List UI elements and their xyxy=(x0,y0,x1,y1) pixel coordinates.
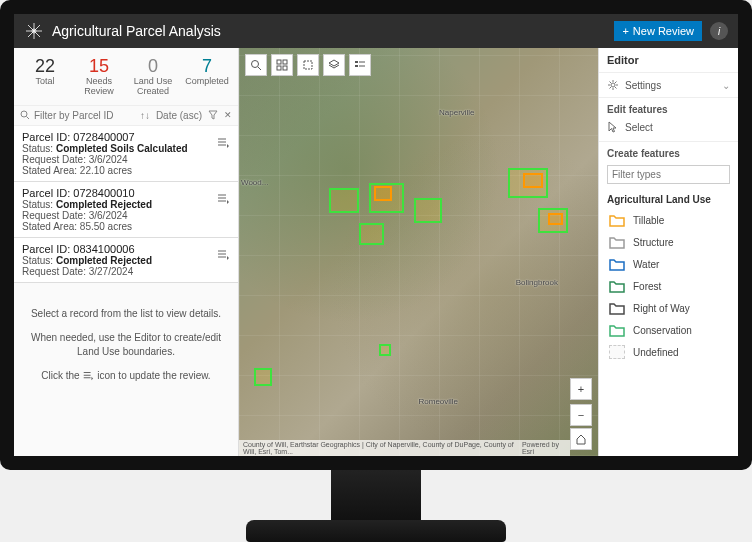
instruction-line: Click the icon to update the review. xyxy=(24,369,228,383)
editor-select-tool[interactable]: Select xyxy=(599,117,738,142)
status-prefix: Status: xyxy=(22,199,56,210)
list-item[interactable]: Parcel ID: 0728400010 Status: Completed … xyxy=(14,182,238,238)
feature-template-conservation[interactable]: Conservation xyxy=(599,319,738,341)
filter-parcel-input[interactable] xyxy=(34,110,140,121)
stat-needs-review[interactable]: 15 Needs Review xyxy=(72,56,126,97)
feature-template-right-of-way[interactable]: Right of Way xyxy=(599,297,738,319)
cursor-icon xyxy=(607,121,619,133)
svg-point-1 xyxy=(21,111,27,117)
gear-icon xyxy=(607,79,619,91)
stat-review-value: 15 xyxy=(72,56,126,77)
stat-total[interactable]: 22 Total xyxy=(18,56,72,97)
folder-icon xyxy=(609,279,625,293)
folder-icon xyxy=(609,257,625,271)
map-layers-button[interactable] xyxy=(323,54,345,76)
parcel-overlay[interactable] xyxy=(254,368,272,386)
svg-rect-7 xyxy=(277,66,281,70)
parcel-overlay[interactable] xyxy=(414,198,442,223)
feature-label: Undefined xyxy=(633,347,679,358)
settings-label: Settings xyxy=(625,80,661,91)
stat-landuse-label: Land Use Created xyxy=(126,77,180,97)
zoom-out-button[interactable]: − xyxy=(570,404,592,426)
feature-label: Tillable xyxy=(633,215,664,226)
svg-line-4 xyxy=(258,67,261,70)
stat-completed-label: Completed xyxy=(180,77,234,87)
new-review-label: New Review xyxy=(633,25,694,37)
select-label: Select xyxy=(625,122,653,133)
feature-template-forest[interactable]: Forest xyxy=(599,275,738,297)
parcel-overlay[interactable] xyxy=(523,173,543,188)
stat-completed[interactable]: 7 Completed xyxy=(180,56,234,97)
map-legend-button[interactable] xyxy=(349,54,371,76)
feature-template-structure[interactable]: Structure xyxy=(599,231,738,253)
new-review-button[interactable]: + New Review xyxy=(614,21,702,41)
stat-completed-value: 7 xyxy=(180,56,234,77)
app-logo-icon xyxy=(24,21,44,41)
map-search-button[interactable] xyxy=(245,54,267,76)
svg-rect-6 xyxy=(283,60,287,64)
svg-rect-10 xyxy=(355,61,358,63)
filter-types-input[interactable] xyxy=(607,165,730,184)
sort-icon[interactable]: ↑↓ xyxy=(140,110,150,121)
feature-category: Agricultural Land Use xyxy=(599,190,738,209)
review-edit-icon[interactable] xyxy=(216,248,230,262)
svg-line-2 xyxy=(27,117,30,120)
feature-label: Structure xyxy=(633,237,674,248)
map-label: Bolingbrook xyxy=(516,278,558,287)
folder-icon xyxy=(609,323,625,337)
stat-land-use[interactable]: 0 Land Use Created xyxy=(126,56,180,97)
map-sketch-button[interactable] xyxy=(297,54,319,76)
info-icon[interactable]: i xyxy=(710,22,728,40)
attrib-left: County of Will, Earthstar Geographics | … xyxy=(243,441,522,455)
svg-rect-8 xyxy=(283,66,287,70)
blank-icon xyxy=(609,345,625,359)
request-date: Request Date: 3/6/2024 xyxy=(22,154,230,165)
feature-label: Forest xyxy=(633,281,661,292)
feature-template-undefined[interactable]: Undefined xyxy=(599,341,738,363)
review-edit-icon[interactable] xyxy=(216,192,230,206)
edit-features-label: Edit features xyxy=(599,98,738,117)
status-value: Completed Rejected xyxy=(56,199,152,210)
folder-icon xyxy=(609,235,625,249)
instruction-text: Click the xyxy=(41,370,82,381)
feature-label: Water xyxy=(633,259,659,270)
home-extent-button[interactable] xyxy=(570,428,592,450)
map-attribution: County of Will, Earthstar Geographics | … xyxy=(239,440,570,456)
parcel-overlay[interactable] xyxy=(379,344,391,356)
folder-icon xyxy=(609,213,625,227)
svg-rect-5 xyxy=(277,60,281,64)
filter-clear-icon[interactable]: ✕ xyxy=(224,110,232,120)
instruction-text: icon to update the review. xyxy=(97,370,210,381)
editor-settings-toggle[interactable]: Settings ⌄ xyxy=(599,73,738,98)
filter-funnel-icon[interactable] xyxy=(208,110,218,120)
status-prefix: Status: xyxy=(22,255,56,266)
status-value: Completed Soils Calculated xyxy=(56,143,188,154)
svg-rect-12 xyxy=(355,65,358,67)
parcel-overlay[interactable] xyxy=(374,186,392,201)
records-list: Parcel ID: 0728400007 Status: Completed … xyxy=(14,126,238,283)
parcel-overlay[interactable] xyxy=(548,213,563,225)
parcel-overlay[interactable] xyxy=(359,223,384,245)
instruction-line: When needed, use the Editor to create/ed… xyxy=(24,331,228,359)
stated-area: Stated Area: 22.10 acres xyxy=(22,165,230,176)
sort-label[interactable]: Date (asc) xyxy=(156,110,202,121)
map-label: Naperville xyxy=(439,108,475,117)
instructions-panel: Select a record from the list to view de… xyxy=(14,283,238,407)
map-canvas[interactable]: Naperville Bolingbrook Romeoville Wood..… xyxy=(239,48,598,456)
list-item[interactable]: Parcel ID: 0834100006 Status: Completed … xyxy=(14,238,238,283)
stated-area: Stated Area: 85.50 acres xyxy=(22,221,230,232)
list-item[interactable]: Parcel ID: 0728400007 Status: Completed … xyxy=(14,126,238,182)
feature-label: Conservation xyxy=(633,325,692,336)
feature-template-water[interactable]: Water xyxy=(599,253,738,275)
parcel-id: Parcel ID: 0728400010 xyxy=(22,187,230,199)
parcel-id: Parcel ID: 0834100006 xyxy=(22,243,230,255)
search-icon xyxy=(20,110,30,120)
zoom-in-button[interactable]: + xyxy=(570,378,592,400)
stat-total-label: Total xyxy=(18,77,72,87)
feature-template-tillable[interactable]: Tillable xyxy=(599,209,738,231)
review-edit-icon[interactable] xyxy=(216,136,230,150)
instruction-line: Select a record from the list to view de… xyxy=(24,307,228,321)
folder-icon xyxy=(609,301,625,315)
map-basemap-button[interactable] xyxy=(271,54,293,76)
parcel-overlay[interactable] xyxy=(329,188,359,213)
